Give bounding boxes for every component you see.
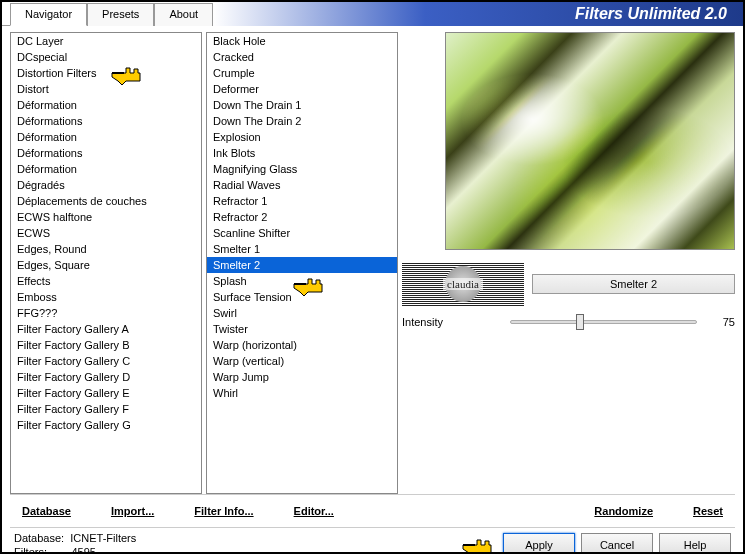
action-button-group: Apply Cancel Help	[461, 533, 731, 554]
category-list[interactable]: DC LayerDCspecialDistortion FiltersDisto…	[10, 32, 202, 494]
category-item[interactable]: DCspecial	[11, 49, 201, 65]
filter-item[interactable]: Refractor 1	[207, 193, 397, 209]
category-item[interactable]: Filter Factory Gallery G	[11, 417, 201, 433]
filter-item[interactable]: Crumple	[207, 65, 397, 81]
category-item[interactable]: Distort	[11, 81, 201, 97]
filter-item[interactable]: Smelter 1	[207, 241, 397, 257]
preview-column: claudia Smelter 2 Intensity 75	[402, 32, 735, 494]
preview-image	[445, 32, 735, 250]
filter-item[interactable]: Magnifying Glass	[207, 161, 397, 177]
category-item[interactable]: Filter Factory Gallery E	[11, 385, 201, 401]
slider-track[interactable]	[510, 320, 697, 324]
category-item[interactable]: FFG???	[11, 305, 201, 321]
status-text: Database: ICNET-Filters Filters: 4595	[14, 531, 136, 554]
tab-presets[interactable]: Presets	[87, 3, 154, 26]
slider-thumb[interactable]	[576, 314, 584, 330]
filter-item[interactable]: Radial Waves	[207, 177, 397, 193]
sliders-area: Intensity 75	[402, 310, 735, 334]
status-filters-label: Filters:	[14, 546, 47, 554]
tab-navigator[interactable]: Navigator	[10, 3, 87, 26]
filter-item[interactable]: Splash	[207, 273, 397, 289]
hand-pointer-icon	[461, 535, 497, 554]
bottom-bar: Database: ICNET-Filters Filters: 4595 Ap…	[2, 528, 743, 554]
filter-item[interactable]: Warp (horizontal)	[207, 337, 397, 353]
filter-item[interactable]: Cracked	[207, 49, 397, 65]
slider-value: 75	[705, 316, 735, 328]
category-item[interactable]: Déformation	[11, 129, 201, 145]
filter-item[interactable]: Warp (vertical)	[207, 353, 397, 369]
category-item[interactable]: ECWS	[11, 225, 201, 241]
category-item[interactable]: Emboss	[11, 289, 201, 305]
app-title: Filters Unlimited 2.0	[213, 2, 743, 26]
category-item[interactable]: Filter Factory Gallery B	[11, 337, 201, 353]
database-link[interactable]: Database	[14, 501, 79, 521]
category-item[interactable]: Déformations	[11, 113, 201, 129]
filter-item[interactable]: Down The Drain 2	[207, 113, 397, 129]
filter-item[interactable]: Deformer	[207, 81, 397, 97]
filter-item[interactable]: Black Hole	[207, 33, 397, 49]
category-item[interactable]: Déformation	[11, 161, 201, 177]
filter-list[interactable]: Black HoleCrackedCrumpleDeformerDown The…	[206, 32, 398, 494]
filter-title-row: claudia Smelter 2	[402, 262, 735, 306]
category-item[interactable]: Dégradés	[11, 177, 201, 193]
category-item[interactable]: Edges, Round	[11, 241, 201, 257]
filter-info-link[interactable]: Filter Info...	[186, 501, 261, 521]
filter-item[interactable]: Down The Drain 1	[207, 97, 397, 113]
randomize-link[interactable]: Randomize	[586, 501, 661, 521]
link-button-row: Database Import... Filter Info... Editor…	[2, 495, 743, 527]
main-area: DC LayerDCspecialDistortion FiltersDisto…	[2, 26, 743, 494]
filter-item[interactable]: Refractor 2	[207, 209, 397, 225]
category-item[interactable]: Filter Factory Gallery A	[11, 321, 201, 337]
category-item[interactable]: Déplacements de couches	[11, 193, 201, 209]
filter-item[interactable]: Smelter 2	[207, 257, 397, 273]
category-item[interactable]: Edges, Square	[11, 257, 201, 273]
filter-item[interactable]: Surface Tension	[207, 289, 397, 305]
category-item[interactable]: Effects	[11, 273, 201, 289]
category-item[interactable]: Déformations	[11, 145, 201, 161]
watermark-stamp: claudia	[402, 262, 524, 306]
category-item[interactable]: Filter Factory Gallery C	[11, 353, 201, 369]
status-filters-value: 4595	[71, 546, 95, 554]
filter-item[interactable]: Swirl	[207, 305, 397, 321]
right-link-group: Randomize Reset	[586, 501, 731, 521]
category-item[interactable]: Filter Factory Gallery D	[11, 369, 201, 385]
tab-strip: Navigator Presets About	[2, 2, 213, 25]
selected-filter-name: Smelter 2	[532, 274, 735, 294]
filter-item[interactable]: Ink Blots	[207, 145, 397, 161]
cancel-button[interactable]: Cancel	[581, 533, 653, 554]
filter-item[interactable]: Warp Jump	[207, 369, 397, 385]
filter-item[interactable]: Explosion	[207, 129, 397, 145]
category-item[interactable]: ECWS halftone	[11, 209, 201, 225]
header-bar: Navigator Presets About Filters Unlimite…	[2, 2, 743, 26]
category-item[interactable]: Déformation	[11, 97, 201, 113]
tab-about[interactable]: About	[154, 3, 213, 26]
editor-link[interactable]: Editor...	[286, 501, 342, 521]
category-column: DC LayerDCspecialDistortion FiltersDisto…	[10, 32, 202, 494]
apply-button[interactable]: Apply	[503, 533, 575, 554]
filter-column: Black HoleCrackedCrumpleDeformerDown The…	[206, 32, 398, 494]
filter-item[interactable]: Whirl	[207, 385, 397, 401]
help-button[interactable]: Help	[659, 533, 731, 554]
filter-item[interactable]: Twister	[207, 321, 397, 337]
status-db-value: ICNET-Filters	[70, 532, 136, 544]
status-db-label: Database:	[14, 532, 64, 544]
category-item[interactable]: Filter Factory Gallery F	[11, 401, 201, 417]
watermark-text: claudia	[443, 278, 483, 290]
reset-link[interactable]: Reset	[685, 501, 731, 521]
category-item[interactable]: Distortion Filters	[11, 65, 201, 81]
import-link[interactable]: Import...	[103, 501, 162, 521]
category-item[interactable]: DC Layer	[11, 33, 201, 49]
slider-row: Intensity 75	[402, 310, 735, 334]
filter-item[interactable]: Scanline Shifter	[207, 225, 397, 241]
slider-label: Intensity	[402, 316, 502, 328]
